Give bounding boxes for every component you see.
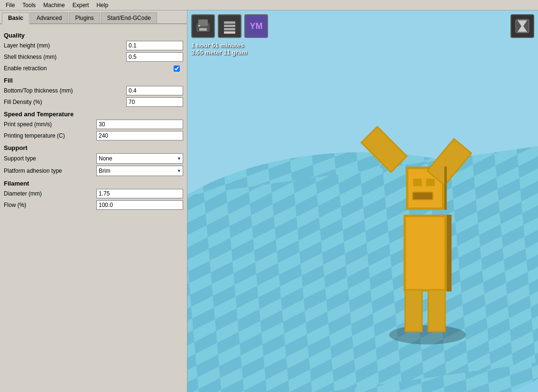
- svg-rect-26: [445, 167, 447, 210]
- diameter-label: Diameter (mm): [4, 190, 96, 197]
- print-time: 1 hour 51 minutes: [191, 42, 247, 49]
- fill-density-label: Fill Density (%): [4, 99, 126, 105]
- svg-rect-34: [224, 31, 235, 34]
- support-type-label: Support type: [4, 155, 96, 162]
- fill-density-input[interactable]: [126, 97, 183, 107]
- svg-rect-13: [413, 178, 422, 186]
- enable-retraction-row: Enable retraction: [4, 64, 183, 73]
- left-panel: Basic Advanced Plugins Start/End-GCode Q…: [0, 10, 187, 392]
- enable-retraction-checkbox[interactable]: [174, 65, 180, 72]
- svg-rect-32: [224, 25, 235, 27]
- menu-expert[interactable]: Expert: [69, 1, 93, 9]
- layer-height-row: Layer height (mm): [4, 41, 183, 50]
- bottom-top-row: Bottom/Top thickness (mm): [4, 86, 183, 95]
- svg-rect-16: [413, 193, 432, 199]
- svg-rect-33: [224, 28, 235, 30]
- print-speed-label: Print speed (mm/s): [4, 121, 96, 128]
- svg-rect-25: [447, 215, 452, 291]
- tab-start-end-gcode[interactable]: Start/End-GCode: [101, 12, 157, 23]
- platform-adhesion-select[interactable]: None Brim Raft: [96, 166, 183, 176]
- diameter-row: Diameter (mm): [4, 189, 183, 198]
- menu-machine[interactable]: Machine: [39, 1, 68, 9]
- print-temp-input[interactable]: [96, 131, 183, 140]
- settings-panel: Quality Layer height (mm) Shell thicknes…: [0, 24, 187, 392]
- menu-help[interactable]: Help: [93, 1, 112, 9]
- fill-header: Fill: [4, 77, 183, 84]
- platform-adhesion-row: Platform adhesion type None Brim Raft: [4, 166, 183, 176]
- print-temp-label: Printing temperature (C): [4, 132, 96, 139]
- support-type-select-wrapper: None Touching buildplate Everywhere: [96, 153, 183, 164]
- viewport-icon-top-right[interactable]: [510, 14, 534, 38]
- layer-height-input[interactable]: [126, 41, 183, 50]
- tab-plugins[interactable]: Plugins: [69, 12, 100, 23]
- shell-thickness-input[interactable]: [126, 52, 183, 62]
- flow-row: Flow (%): [4, 200, 183, 210]
- main-container: Basic Advanced Plugins Start/End-GCode Q…: [0, 10, 538, 392]
- svg-rect-10: [406, 217, 445, 289]
- shell-thickness-label: Shell thickness (mm): [4, 54, 126, 60]
- print-material: 3.55 meter 11 gram: [191, 49, 247, 56]
- menu-file[interactable]: File: [2, 1, 19, 9]
- viewport[interactable]: YM 1 hour 51 minutes 3.55 meter 11 gram: [187, 10, 538, 392]
- toolbar-icon-layers[interactable]: [218, 14, 241, 38]
- support-type-select[interactable]: None Touching buildplate Everywhere: [96, 153, 183, 164]
- flow-input[interactable]: [96, 200, 183, 210]
- svg-rect-29: [199, 28, 207, 31]
- bottom-top-input[interactable]: [126, 86, 183, 95]
- support-type-row: Support type None Touching buildplate Ev…: [4, 153, 183, 164]
- menu-tools[interactable]: Tools: [19, 1, 39, 9]
- filament-header: Filament: [4, 180, 183, 187]
- tab-bar: Basic Advanced Plugins Start/End-GCode: [0, 10, 187, 24]
- print-info: 1 hour 51 minutes 3.55 meter 11 gram: [191, 42, 247, 56]
- quality-header: Quality: [4, 32, 183, 39]
- scene-svg: [187, 10, 538, 392]
- fill-density-row: Fill Density (%): [4, 97, 183, 107]
- print-speed-row: Print speed (mm/s): [4, 120, 183, 129]
- platform-adhesion-select-wrapper: None Brim Raft: [96, 166, 183, 176]
- speed-header: Speed and Temperature: [4, 111, 183, 118]
- layer-height-label: Layer height (mm): [4, 42, 126, 49]
- print-speed-input[interactable]: [96, 120, 183, 129]
- print-temp-row: Printing temperature (C): [4, 131, 183, 140]
- svg-rect-24: [429, 290, 444, 331]
- support-header: Support: [4, 144, 183, 151]
- menubar: File Tools Machine Expert Help: [0, 0, 538, 10]
- svg-rect-28: [198, 19, 208, 26]
- shell-thickness-row: Shell thickness (mm): [4, 52, 183, 62]
- diameter-input[interactable]: [96, 189, 183, 198]
- bottom-top-label: Bottom/Top thickness (mm): [4, 87, 126, 94]
- toolbar-icon-print[interactable]: [191, 14, 215, 38]
- tab-basic[interactable]: Basic: [2, 12, 29, 24]
- platform-adhesion-label: Platform adhesion type: [4, 168, 96, 174]
- flow-label: Flow (%): [4, 202, 96, 208]
- svg-rect-31: [224, 21, 235, 24]
- svg-rect-22: [406, 290, 421, 331]
- toolbar-icon-ym[interactable]: YM: [244, 14, 268, 38]
- svg-rect-14: [426, 178, 435, 186]
- tab-advanced[interactable]: Advanced: [30, 12, 68, 23]
- enable-retraction-label: Enable retraction: [4, 65, 174, 72]
- svg-rect-30: [198, 25, 200, 27]
- viewport-toolbar: YM: [191, 14, 268, 38]
